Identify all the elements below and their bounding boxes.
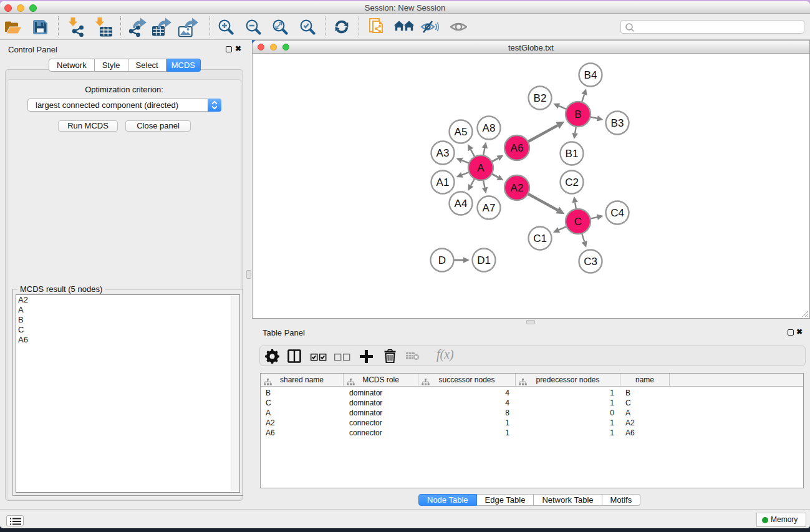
svg-text:C4: C4	[610, 207, 624, 219]
svg-text:C3: C3	[584, 256, 597, 268]
svg-text:C2: C2	[565, 177, 579, 188]
svg-text:A6: A6	[511, 142, 524, 154]
svg-text:B4: B4	[584, 69, 597, 81]
svg-text:A3: A3	[436, 147, 450, 159]
svg-text:B1: B1	[566, 148, 579, 160]
svg-text:A1: A1	[436, 177, 450, 188]
svg-text:A: A	[477, 162, 485, 174]
svg-text:D: D	[438, 254, 446, 266]
svg-text:B3: B3	[611, 117, 624, 129]
svg-text:C1: C1	[533, 233, 547, 244]
svg-text:C: C	[574, 216, 582, 228]
svg-text:B2: B2	[534, 92, 547, 104]
svg-text:A4: A4	[455, 198, 468, 210]
svg-text:A8: A8	[483, 122, 496, 134]
svg-text:A7: A7	[483, 202, 496, 214]
svg-text:A5: A5	[455, 126, 468, 138]
svg-text:A2: A2	[511, 182, 524, 194]
svg-text:D1: D1	[477, 254, 491, 266]
svg-text:B: B	[574, 109, 581, 120]
